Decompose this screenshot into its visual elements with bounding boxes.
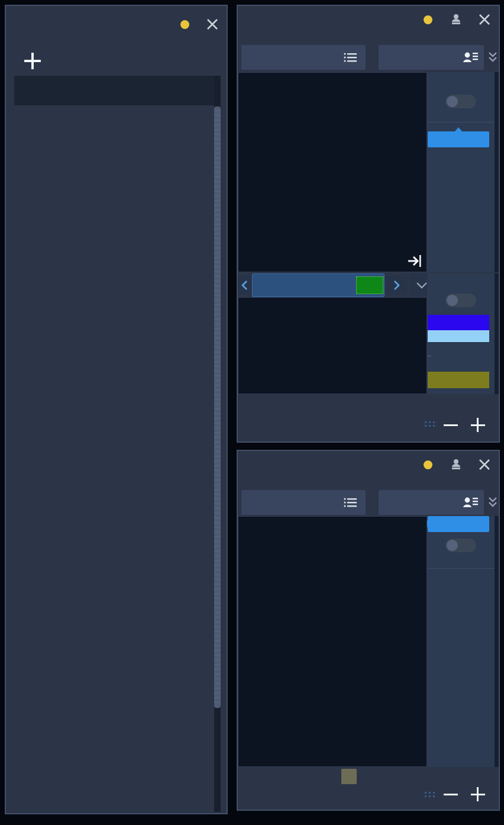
- go-to-latest-icon[interactable]: [406, 253, 424, 271]
- symbol-selector-button[interactable]: [241, 45, 366, 70]
- account-selector-button[interactable]: [379, 490, 484, 515]
- price-axis-bottom[interactable]: [427, 516, 495, 767]
- indicator-prev-chevron-left-icon[interactable]: [238, 276, 251, 295]
- watchlist-scrollbar-thumb[interactable]: [214, 107, 221, 708]
- current-price-badge: [428, 131, 489, 147]
- indicator-lower-level-badge: [428, 372, 489, 388]
- close-icon[interactable]: [478, 13, 491, 28]
- symbol-list-icon: [343, 497, 357, 511]
- watchlist-header-row: [14, 76, 219, 105]
- window-state-dot: [180, 20, 189, 29]
- collapse-toolbar-double-chevron-icon[interactable]: [487, 51, 498, 66]
- resize-dots-handle[interactable]: [425, 421, 438, 427]
- symbol-list-icon: [343, 51, 357, 66]
- link-account-icon[interactable]: [450, 458, 463, 473]
- axis-separator: [427, 122, 495, 123]
- account-icon: [463, 51, 478, 67]
- close-icon[interactable]: [206, 18, 219, 33]
- auto-scale-toggle[interactable]: [445, 294, 476, 307]
- watchlist-table: [14, 76, 219, 105]
- toggle-knob: [447, 96, 458, 107]
- zoom-in-button[interactable]: [469, 414, 487, 436]
- collapse-toolbar-double-chevron-icon[interactable]: [487, 496, 498, 511]
- price-axis-top[interactable]: [427, 72, 495, 272]
- day-separator-badge: [341, 769, 357, 784]
- trading-workspace: [0, 0, 504, 825]
- price-chart-canvas-bottom[interactable]: [238, 516, 427, 767]
- auto-scale-toggle[interactable]: [445, 539, 476, 552]
- axis-edge-strip: [495, 273, 499, 394]
- add-symbol-button[interactable]: [22, 51, 43, 71]
- price-chart-canvas-top[interactable]: [238, 72, 427, 272]
- indicator-next-chevron-right-icon[interactable]: [387, 276, 407, 295]
- axis-edge-strip: [495, 72, 499, 272]
- toggle-knob: [447, 540, 458, 551]
- axis-separator: [427, 568, 495, 569]
- time-axis-top[interactable]: [238, 394, 499, 412]
- account-icon: [463, 496, 478, 512]
- indicator-mid-tick: [427, 350, 495, 362]
- watchlist-title: [21, 13, 29, 28]
- auto-scale-toggle[interactable]: [445, 95, 476, 108]
- axis-edge-strip: [495, 516, 499, 767]
- indicator-upper-level-badge: [428, 315, 489, 330]
- indicator-signal-value-badge: [428, 330, 489, 342]
- toggle-knob: [447, 295, 458, 306]
- time-axis-bottom[interactable]: [238, 767, 499, 785]
- indicator-axis[interactable]: [427, 273, 495, 394]
- indicator-chart-canvas[interactable]: [238, 297, 427, 394]
- zoom-in-button[interactable]: [469, 784, 487, 805]
- current-price-badge: [428, 516, 489, 532]
- resize-dots-handle[interactable]: [425, 792, 438, 797]
- window-state-dot: [424, 460, 432, 469]
- chart-panel-top: [237, 5, 500, 443]
- watchlist-panel: [5, 5, 228, 814]
- link-account-icon[interactable]: [450, 13, 463, 28]
- account-selector-button[interactable]: [379, 45, 484, 70]
- zoom-out-button[interactable]: [441, 784, 460, 805]
- zoom-out-button[interactable]: [441, 414, 460, 436]
- indicator-value-badge: [356, 276, 383, 294]
- symbol-selector-button[interactable]: [241, 490, 366, 515]
- chart-panel-bottom: [237, 450, 500, 811]
- close-icon[interactable]: [478, 458, 491, 473]
- window-state-dot: [424, 15, 432, 24]
